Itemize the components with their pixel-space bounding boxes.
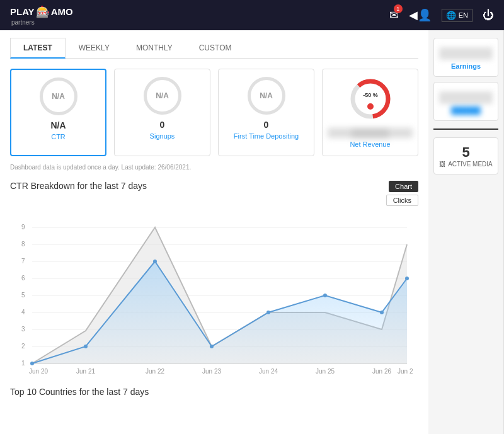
logo-subtitle: partners bbox=[11, 19, 73, 26]
tab-latest[interactable]: LATEST bbox=[10, 38, 66, 59]
header: PLAY 🎰 AMO partners ✉ 1 ◀👤 🌐 EN ⏻ bbox=[0, 0, 504, 30]
update-info: Dashboard data is updated once a day. La… bbox=[10, 164, 418, 171]
netrev-value: ██████ bbox=[328, 128, 413, 138]
language-button[interactable]: 🌐 EN bbox=[442, 9, 472, 22]
chart-wrapper: 1 2 3 4 5 6 7 8 9 bbox=[10, 211, 418, 377]
chart-title: CTR Breakdown for the last 7 days bbox=[10, 181, 147, 191]
sidebar-blurred-card[interactable]: ██████ bbox=[433, 82, 498, 121]
image-icon: 🖼 bbox=[439, 161, 445, 168]
signups-value: 0 bbox=[120, 120, 205, 130]
ctr-ring: N/A bbox=[40, 77, 77, 115]
blurred-value bbox=[439, 91, 493, 104]
chart-button[interactable]: Chart bbox=[389, 181, 418, 192]
blurred-label: ██████ bbox=[439, 106, 493, 114]
stat-card-signups[interactable]: N/A 0 Signups bbox=[114, 69, 210, 156]
svg-text:Jun 24: Jun 24 bbox=[259, 368, 278, 375]
header-icons: ✉ 1 ◀👤 🌐 EN ⏻ bbox=[389, 8, 494, 22]
tab-custom[interactable]: CUSTOM bbox=[186, 38, 245, 59]
svg-text:7: 7 bbox=[21, 258, 25, 265]
chart-controls: Chart Clicks bbox=[386, 181, 418, 206]
sidebar-media-card: 5 🖼 ACTIVE MEDIA bbox=[433, 137, 498, 174]
svg-text:8: 8 bbox=[21, 241, 25, 248]
svg-point-31 bbox=[380, 311, 384, 314]
svg-point-26 bbox=[84, 345, 88, 348]
ctr-value: N/A bbox=[16, 120, 100, 130]
earnings-label: Earnings bbox=[439, 62, 493, 70]
svg-point-27 bbox=[153, 260, 157, 263]
signups-ring-value: N/A bbox=[156, 91, 169, 100]
tab-bar: LATEST WEEKLY MONTHLY CUSTOM bbox=[10, 38, 418, 59]
svg-text:Jun 25: Jun 25 bbox=[316, 368, 335, 375]
svg-point-32 bbox=[405, 277, 409, 280]
svg-text:Jun 26: Jun 26 bbox=[372, 368, 391, 375]
tab-weekly[interactable]: WEEKLY bbox=[66, 38, 123, 59]
content-area: LATEST WEEKLY MONTHLY CUSTOM N/A N/A CTR… bbox=[0, 30, 428, 434]
logo-play: PLAY bbox=[10, 6, 35, 17]
ftd-label: First Time Depositing bbox=[224, 132, 309, 140]
svg-point-29 bbox=[266, 311, 270, 314]
svg-text:9: 9 bbox=[21, 224, 25, 231]
svg-text:2: 2 bbox=[21, 343, 25, 350]
svg-text:Jun 27: Jun 27 bbox=[398, 368, 413, 375]
bottom-section-title: Top 10 Countries for the last 7 days bbox=[10, 387, 418, 397]
sidebar-earnings-card[interactable]: Earnings bbox=[433, 38, 498, 77]
svg-text:5: 5 bbox=[21, 292, 25, 299]
svg-text:Jun 21: Jun 21 bbox=[76, 368, 95, 375]
svg-point-3 bbox=[367, 103, 374, 110]
stat-card-ctr[interactable]: N/A N/A CTR bbox=[10, 69, 106, 156]
user-icon[interactable]: ◀👤 bbox=[409, 8, 432, 22]
svg-text:4: 4 bbox=[21, 309, 25, 316]
svg-text:1: 1 bbox=[21, 360, 25, 367]
svg-text:3: 3 bbox=[21, 326, 25, 333]
ctr-ring-value: N/A bbox=[52, 92, 65, 101]
svg-text:Jun 23: Jun 23 bbox=[202, 368, 221, 375]
lang-label: EN bbox=[459, 11, 468, 19]
logo-amo: AMO bbox=[51, 6, 73, 17]
tab-monthly[interactable]: MONTHLY bbox=[123, 38, 186, 59]
chart-section: CTR Breakdown for the last 7 days Chart … bbox=[10, 181, 418, 377]
logo: PLAY 🎰 AMO partners bbox=[10, 5, 73, 26]
ftd-value: 0 bbox=[224, 120, 309, 130]
svg-text:Jun 20: Jun 20 bbox=[29, 368, 48, 375]
sidebar-divider bbox=[433, 128, 498, 130]
svg-text:-50 %: -50 % bbox=[363, 92, 378, 98]
ftd-ring-value: N/A bbox=[260, 91, 273, 100]
stat-card-ftd[interactable]: N/A 0 First Time Depositing bbox=[218, 69, 314, 156]
svg-point-30 bbox=[323, 294, 327, 297]
netrev-donut-svg: -50 % bbox=[348, 77, 392, 121]
media-count: 5 bbox=[439, 144, 493, 161]
notification-badge: 1 bbox=[394, 4, 403, 13]
logo-icon: 🎰 bbox=[36, 5, 50, 19]
svg-text:6: 6 bbox=[21, 275, 25, 282]
main-layout: LATEST WEEKLY MONTHLY CUSTOM N/A N/A CTR… bbox=[0, 30, 504, 434]
svg-point-25 bbox=[30, 362, 34, 365]
earnings-blurred-value bbox=[439, 47, 493, 60]
ctr-label: CTR bbox=[16, 133, 100, 140]
clicks-button[interactable]: Clicks bbox=[386, 195, 418, 206]
svg-point-28 bbox=[210, 345, 214, 348]
logout-icon[interactable]: ⏻ bbox=[483, 9, 494, 22]
sidebar: Earnings ██████ 5 🖼 ACTIVE MEDIA bbox=[428, 30, 504, 434]
line-chart: 1 2 3 4 5 6 7 8 9 bbox=[10, 211, 413, 375]
media-label: 🖼 ACTIVE MEDIA bbox=[439, 161, 493, 168]
signups-ring: N/A bbox=[144, 77, 181, 115]
stats-grid: N/A N/A CTR N/A 0 Signups N/A 0 First Ti… bbox=[10, 69, 418, 156]
ftd-ring: N/A bbox=[248, 77, 285, 115]
svg-text:Jun 22: Jun 22 bbox=[146, 368, 164, 375]
netrev-donut-container: -50 % bbox=[348, 77, 392, 123]
signups-label: Signups bbox=[120, 132, 205, 140]
notification-icon[interactable]: ✉ 1 bbox=[389, 8, 399, 22]
chart-header: CTR Breakdown for the last 7 days Chart … bbox=[10, 181, 418, 206]
stat-card-netrev[interactable]: -50 % ██████ Net Revenue bbox=[322, 69, 418, 156]
netrev-label: Net Revenue bbox=[328, 140, 413, 148]
